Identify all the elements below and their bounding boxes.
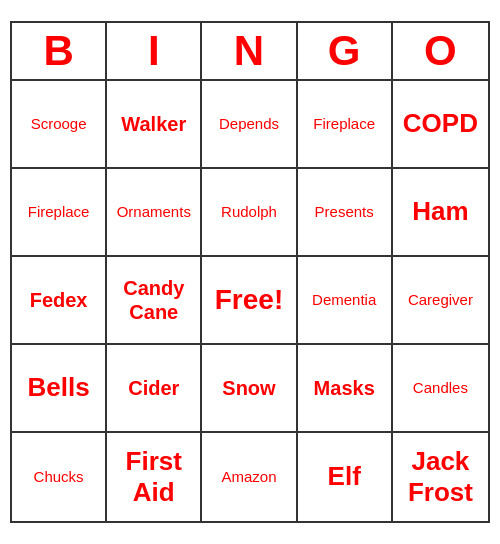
bingo-cell: Ham (393, 169, 488, 257)
cell-label: Dementia (312, 291, 376, 309)
header-letter: I (107, 23, 202, 79)
header-letter: N (202, 23, 297, 79)
bingo-cell: Dementia (298, 257, 393, 345)
bingo-cell: Chucks (12, 433, 107, 521)
bingo-cell: Fireplace (298, 81, 393, 169)
header-letter: G (298, 23, 393, 79)
bingo-cell: Bells (12, 345, 107, 433)
cell-label: Free! (215, 283, 283, 317)
cell-label: Masks (314, 376, 375, 400)
bingo-cell: Presents (298, 169, 393, 257)
bingo-cell: Elf (298, 433, 393, 521)
cell-label: Ornaments (117, 203, 191, 221)
cell-label: Caregiver (408, 291, 473, 309)
cell-label: Chucks (34, 468, 84, 486)
bingo-cell: Walker (107, 81, 202, 169)
cell-label: Fireplace (28, 203, 90, 221)
cell-label: Bells (28, 372, 90, 403)
cell-label: Amazon (221, 468, 276, 486)
cell-label: Fireplace (313, 115, 375, 133)
cell-label: Rudolph (221, 203, 277, 221)
bingo-cell: Candy Cane (107, 257, 202, 345)
cell-label: Snow (222, 376, 275, 400)
cell-label: Presents (315, 203, 374, 221)
cell-label: Depends (219, 115, 279, 133)
cell-label: Scrooge (31, 115, 87, 133)
cell-label: Walker (121, 112, 186, 136)
cell-label: Candy Cane (111, 276, 196, 324)
bingo-cell: Fireplace (12, 169, 107, 257)
cell-label: Candles (413, 379, 468, 397)
bingo-cell: Depends (202, 81, 297, 169)
bingo-cell: First Aid (107, 433, 202, 521)
bingo-cell: Free! (202, 257, 297, 345)
bingo-cell: Amazon (202, 433, 297, 521)
cell-label: COPD (403, 108, 478, 139)
cell-label: Jack Frost (397, 446, 484, 508)
bingo-card: BINGO ScroogeWalkerDependsFireplaceCOPDF… (10, 21, 490, 523)
bingo-cell: Ornaments (107, 169, 202, 257)
bingo-cell: COPD (393, 81, 488, 169)
bingo-cell: Scrooge (12, 81, 107, 169)
bingo-cell: Fedex (12, 257, 107, 345)
header-letter: B (12, 23, 107, 79)
bingo-cell: Candles (393, 345, 488, 433)
bingo-cell: Snow (202, 345, 297, 433)
bingo-grid: ScroogeWalkerDependsFireplaceCOPDFirepla… (12, 81, 488, 521)
cell-label: Cider (128, 376, 179, 400)
cell-label: Ham (412, 196, 468, 227)
bingo-cell: Rudolph (202, 169, 297, 257)
cell-label: First Aid (111, 446, 196, 508)
bingo-cell: Jack Frost (393, 433, 488, 521)
header-letter: O (393, 23, 488, 79)
bingo-cell: Caregiver (393, 257, 488, 345)
bingo-cell: Cider (107, 345, 202, 433)
bingo-cell: Masks (298, 345, 393, 433)
bingo-header: BINGO (12, 23, 488, 81)
cell-label: Fedex (30, 288, 88, 312)
cell-label: Elf (328, 461, 361, 492)
